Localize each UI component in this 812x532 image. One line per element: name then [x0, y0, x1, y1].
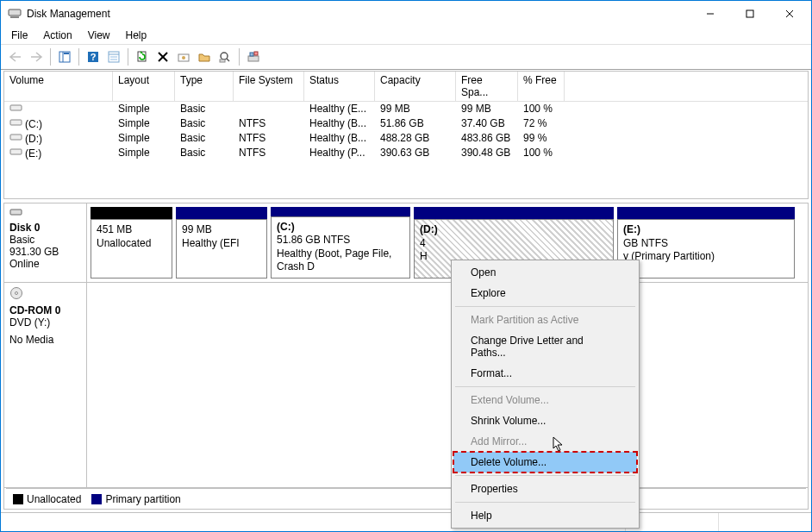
volume-type: Basic [175, 131, 234, 146]
ctx-mark-active: Mark Partition as Active [453, 310, 637, 330]
volume-row[interactable]: (C:) Simple Basic NTFS Healthy (B... 51.… [4, 116, 808, 131]
partition-status: Unallocated [97, 237, 166, 251]
svg-point-19 [182, 56, 185, 59]
partition-color-bar [271, 207, 410, 216]
title-bar: Disk Management [1, 1, 811, 27]
svg-text:?: ? [91, 52, 97, 62]
volume-icon [9, 147, 23, 157]
volume-filesystem: NTFS [234, 146, 304, 160]
legend-primary: Primary partition [91, 493, 180, 505]
svg-rect-30 [10, 210, 22, 215]
cdrom-label[interactable]: CD-ROM 0 DVD (Y:) No Media [4, 283, 87, 487]
column-header-status[interactable]: Status [304, 72, 375, 101]
partition-block[interactable]: 451 MB Unallocated [91, 207, 172, 279]
volume-filesystem: NTFS [234, 116, 304, 131]
volume-type: Basic [175, 116, 234, 131]
volume-capacity: 488.28 GB [375, 131, 456, 146]
svg-rect-3 [746, 10, 753, 17]
back-button[interactable] [6, 47, 25, 66]
help-button[interactable]: ? [84, 47, 103, 66]
ctx-properties[interactable]: Properties [453, 479, 637, 499]
volume-icon [9, 103, 23, 113]
volume-free: 37.40 GB [456, 116, 518, 131]
more-actions-button[interactable] [244, 47, 263, 66]
maximize-button[interactable] [730, 1, 770, 27]
partition-title: (D:) [420, 223, 608, 237]
volume-row[interactable]: (E:) Simple Basic NTFS Healthy (P... 390… [4, 146, 808, 160]
toolbar-separator [128, 48, 128, 66]
legend-unallocated: Unallocated [13, 493, 81, 505]
ctx-help[interactable]: Help [453, 505, 637, 526]
ctx-shrink-volume[interactable]: Shrink Volume... [453, 410, 637, 431]
svg-point-20 [221, 53, 228, 59]
column-header-volume[interactable]: Volume [4, 72, 113, 101]
disk-icon [9, 207, 81, 220]
column-header-filesystem[interactable]: File System [234, 72, 304, 101]
volume-row[interactable]: (D:) Simple Basic NTFS Healthy (B... 488… [4, 131, 808, 146]
minimize-button[interactable] [690, 1, 730, 27]
svg-rect-24 [250, 53, 253, 56]
volume-status: Healthy (B... [304, 116, 375, 131]
ctx-open[interactable]: Open [453, 262, 637, 283]
delete-button[interactable] [153, 47, 172, 66]
ctx-explore[interactable]: Explore [453, 283, 637, 304]
settings-button[interactable] [174, 47, 193, 66]
column-header-percent[interactable]: % Free [518, 72, 565, 101]
menu-action[interactable]: Action [36, 28, 78, 43]
forward-button[interactable] [27, 47, 46, 66]
ctx-separator [455, 502, 635, 503]
svg-rect-27 [10, 120, 22, 125]
volume-percent: 72 % [518, 116, 565, 131]
show-hide-tree-button[interactable] [55, 47, 74, 66]
disk-partitions: 451 MB Unallocated 99 MB Healthy (EFI [87, 203, 808, 282]
volume-name: (E:) [25, 147, 41, 160]
partition-color-bar [617, 207, 795, 219]
partition-size: 4 [420, 237, 608, 251]
volume-status: Healthy (P... [304, 146, 375, 160]
volume-layout: Simple [113, 102, 175, 116]
status-bar [1, 512, 811, 531]
ctx-change-letter[interactable]: Change Drive Letter and Paths... [453, 330, 637, 363]
column-header-capacity[interactable]: Capacity [375, 72, 456, 101]
volume-row[interactable]: Simple Basic Healthy (E... 99 MB 99 MB 1… [4, 102, 808, 116]
legend-label: Primary partition [105, 493, 180, 505]
volume-layout: Simple [113, 116, 175, 131]
close-button[interactable] [770, 1, 809, 27]
partition-block[interactable]: (E:) GB NTFS y (Primary Partition) [617, 207, 795, 279]
disk-name: Disk 0 [9, 222, 81, 234]
volume-filesystem [234, 102, 304, 116]
partition-info: (E:) GB NTFS y (Primary Partition) [617, 219, 795, 279]
cdrom-name: CD-ROM 0 [9, 304, 81, 316]
menu-help[interactable]: Help [119, 28, 154, 43]
svg-rect-22 [220, 59, 225, 62]
column-header-layout[interactable]: Layout [113, 72, 175, 101]
ctx-delete-volume[interactable]: Delete Volume... [453, 452, 637, 473]
properties-button[interactable] [104, 47, 123, 66]
partition-block[interactable]: 99 MB Healthy (EFI [176, 207, 267, 279]
column-header-free[interactable]: Free Spa... [456, 72, 518, 101]
disk-state: Online [9, 258, 81, 270]
volume-filesystem: NTFS [234, 131, 304, 146]
menu-file[interactable]: File [4, 28, 34, 43]
refresh-button[interactable] [133, 47, 152, 66]
volume-type: Basic [175, 102, 234, 116]
partition-status: Healthy (Boot, Page File, Crash D [277, 247, 404, 274]
partition-status: Healthy (EFI [182, 237, 261, 251]
partition-block[interactable]: (C:) 51.86 GB NTFS Healthy (Boot, Page F… [271, 207, 410, 279]
partition-title: (C:) [277, 221, 404, 235]
ctx-separator [455, 475, 635, 476]
volume-list-body: Simple Basic Healthy (E... 99 MB 99 MB 1… [4, 102, 808, 160]
svg-rect-23 [248, 56, 259, 61]
menu-view[interactable]: View [81, 28, 117, 43]
disk-label[interactable]: Disk 0 Basic 931.30 GB Online [4, 203, 87, 282]
volume-list-panel: Volume Layout Type File System Status Ca… [3, 71, 809, 199]
svg-rect-25 [254, 52, 258, 55]
toolbar-separator [239, 48, 240, 66]
explore-button[interactable] [195, 47, 214, 66]
swatch-blue [91, 494, 102, 504]
rescan-button[interactable] [215, 47, 234, 66]
column-header-type[interactable]: Type [175, 72, 234, 101]
volume-layout: Simple [113, 131, 175, 146]
toolbar-separator [78, 48, 79, 66]
ctx-format[interactable]: Format... [453, 363, 637, 384]
